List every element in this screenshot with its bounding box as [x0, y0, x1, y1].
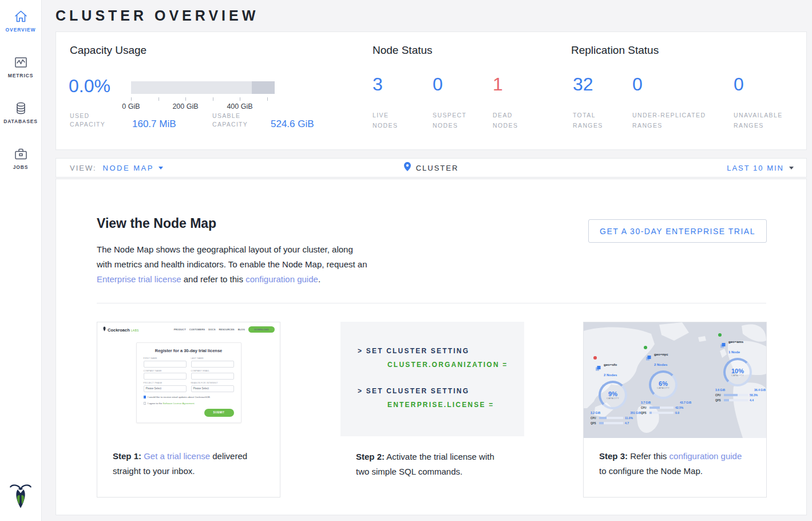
- region-bubble-ams: geo=ams 1 Node 10% CAPACITY 3.6 GiB36.4 …: [715, 335, 766, 402]
- live-node-badge: [718, 333, 722, 337]
- axis-tick: [267, 97, 268, 101]
- site-logo: Cockroach LABS: [102, 326, 139, 333]
- chevron-down-icon: [789, 167, 794, 169]
- unavailable-ranges-label: UNAVAILABLERANGES: [734, 110, 783, 131]
- configuration-guide-link[interactable]: configuration guide: [670, 451, 742, 461]
- region-bubble-nyc: geo=nyc 2 Nodes 6% CAPACITY 3.7 GiB43.7 …: [641, 348, 694, 415]
- form-field: COMPANY EMAIL: [191, 370, 234, 380]
- cluster-breadcrumb: CLUSTER: [56, 159, 806, 177]
- capacity-usage-title: Capacity Usage: [70, 44, 146, 57]
- get-trial-license-link[interactable]: Get a trial license: [144, 451, 210, 461]
- capacity-ring: 6% CAPACITY: [649, 370, 678, 399]
- enterprise-trial-button[interactable]: GET A 30-DAY ENTERPRISE TRIAL: [588, 219, 767, 243]
- site-download-button: DOWNLOAD: [248, 326, 275, 333]
- time-range-dropdown[interactable]: LAST 10 MIN: [727, 159, 794, 177]
- cluster-overview-page: OVERVIEW METRICS DATABASES: [0, 0, 812, 521]
- site-header: Cockroach LABS PRODUCT CUSTOMERS DOCS RE…: [97, 322, 280, 336]
- used-capacity-value: 160.7 MiB: [132, 119, 176, 130]
- dead-nodes-count: 1: [493, 74, 503, 95]
- sidebar-item-label: METRICS: [0, 73, 41, 78]
- unavailable-ranges-count: 0: [734, 74, 744, 95]
- capacity-bar: [131, 81, 275, 94]
- form-field: FIRST NAME: [144, 357, 187, 368]
- view-bar: VIEW: NODE MAP CLUSTER LAST 10 MIN: [56, 158, 807, 177]
- total-ranges-label: TOTALRANGES: [573, 110, 603, 131]
- site-nav-item: BLOG: [238, 328, 245, 331]
- node-cubes-icon: [645, 355, 652, 361]
- capacity-ring: 10% CAPACITY: [723, 358, 752, 386]
- axis-tick: [240, 97, 240, 101]
- form-field: LAST NAME: [191, 357, 234, 368]
- axis-tick: [185, 97, 186, 101]
- sidebar-item-databases[interactable]: DATABASES: [0, 101, 41, 124]
- node-map-preview: geo=sfo 2 Nodes 9% CAPACITY 3.2 GiB351 G…: [584, 322, 766, 438]
- under-replicated-ranges-count: 0: [632, 74, 643, 95]
- breadcrumb-label[interactable]: CLUSTER: [416, 164, 459, 172]
- step3-card: geo=sfo 2 Nodes 9% CAPACITY 3.2 GiB351 G…: [583, 322, 767, 498]
- form-field: REASON FOR INTERESTPlease Select: [191, 382, 234, 392]
- database-icon: [0, 101, 41, 116]
- checkbox-checked: [144, 396, 146, 398]
- sidebar: OVERVIEW METRICS DATABASES: [0, 0, 42, 521]
- capacity-bar-reserved-segment: [252, 81, 275, 94]
- used-capacity-label: USEDCAPACITY: [70, 112, 105, 129]
- axis-tick: [159, 97, 159, 101]
- site-nav-item: CUSTOMERS: [189, 328, 205, 331]
- sql-line: CLUSTER.ORGANIZATION =: [387, 361, 524, 369]
- form-title: Register for a 30-day trial license: [144, 348, 234, 353]
- live-nodes-count: 3: [373, 74, 383, 95]
- node-status-title: Node Status: [373, 44, 433, 57]
- step2-caption: Step 2: Activate the trial license with …: [340, 437, 524, 498]
- sql-line: > SET CLUSTER SETTING: [358, 387, 524, 395]
- node-cubes-icon: [720, 342, 726, 349]
- suspect-nodes-label: SUSPECTNODES: [433, 110, 466, 131]
- time-range-label: LAST 10 MIN: [727, 164, 784, 172]
- enterprise-trial-license-link[interactable]: Enterprise trial license: [97, 274, 181, 284]
- node-map-description: The Node Map shows the geographical layo…: [97, 242, 370, 287]
- sidebar-item-jobs[interactable]: JOBS: [0, 147, 41, 170]
- axis-tick: [131, 97, 132, 101]
- step1-card: Cockroach LABS PRODUCT CUSTOMERS DOCS RE…: [97, 322, 280, 498]
- region-bubble-sfo: geo=sfo 2 Nodes 9% CAPACITY 3.2 GiB351 G…: [591, 358, 643, 425]
- license-agreement-checkbox-row: I agree to the Software License Agreemen…: [144, 402, 234, 405]
- site-submit-button: SUBMIT: [204, 409, 234, 417]
- sidebar-item-label: JOBS: [0, 164, 41, 170]
- live-node-badge: [644, 346, 647, 349]
- sidebar-item-metrics[interactable]: METRICS: [0, 55, 41, 78]
- step2-card: > SET CLUSTER SETTING CLUSTER.ORGANIZATI…: [340, 322, 524, 498]
- axis-tick-label: 400 GiB: [223, 102, 257, 110]
- form-field: PROJECT PHASEPlease Select: [144, 382, 187, 392]
- capacity-ring: 9% CAPACITY: [599, 381, 627, 409]
- suspect-nodes-count: 0: [433, 74, 443, 95]
- live-nodes-label: LIVENODES: [373, 110, 398, 131]
- briefcase-icon: [0, 147, 41, 161]
- main-content: CLUSTER OVERVIEW Capacity Usage 0.0% 0 G…: [42, 0, 812, 521]
- location-pin-icon: [404, 162, 411, 173]
- home-icon: [0, 9, 41, 24]
- configuration-guide-link[interactable]: configuration guide: [245, 274, 318, 284]
- sidebar-item-label: DATABASES: [0, 119, 41, 124]
- cluster-summary-card: Capacity Usage 0.0% 0 GiB 200 GiB 400 Gi…: [56, 31, 807, 150]
- dead-nodes-label: DEADNODES: [493, 110, 518, 131]
- trial-license-site-preview: Cockroach LABS PRODUCT CUSTOMERS DOCS RE…: [97, 322, 280, 438]
- capacity-percent: 0.0%: [69, 76, 110, 97]
- sidebar-item-label: OVERVIEW: [0, 27, 41, 33]
- under-replicated-ranges-label: UNDER-REPLICATEDRANGES: [632, 110, 706, 131]
- replication-status-title: Replication Status: [571, 44, 659, 57]
- cockroach-labs-logo-icon: [9, 482, 33, 512]
- sidebar-item-overview[interactable]: OVERVIEW: [0, 9, 41, 33]
- usable-capacity-value: 524.6 GiB: [271, 119, 314, 130]
- axis-tick-label: 200 GiB: [168, 102, 203, 110]
- axis-tick: [213, 97, 213, 101]
- node-map-title: View the Node Map: [97, 216, 216, 231]
- step1-caption: Step 1: Get a trial license delivered st…: [97, 437, 280, 497]
- site-nav-item: DOCS: [208, 328, 215, 331]
- site-nav-item: RESOURCES: [219, 328, 235, 331]
- site-nav: PRODUCT CUSTOMERS DOCS RESOURCES BLOG DO…: [174, 326, 275, 333]
- page-title: CLUSTER OVERVIEW: [56, 7, 259, 24]
- sql-line: > SET CLUSTER SETTING: [358, 347, 524, 355]
- checkbox-unchecked: [144, 402, 146, 405]
- form-field: COMPANY NAME: [144, 370, 187, 380]
- step3-caption: Step 3: Refer this configuration guide t…: [584, 437, 766, 497]
- sql-line: ENTERPRISE.LICENSE =: [387, 401, 524, 409]
